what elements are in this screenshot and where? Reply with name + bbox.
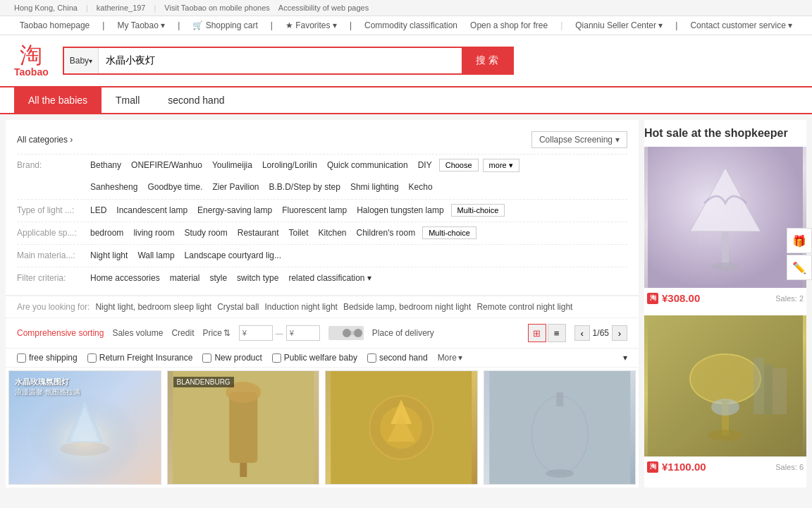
dropdown-icon: ▾ xyxy=(623,353,627,363)
material-night-light[interactable]: Night light xyxy=(87,249,130,262)
price-from-input[interactable] xyxy=(239,325,273,341)
nav-contact[interactable]: Contact customer service ▾ xyxy=(690,20,792,30)
light-type-multi-choice-button[interactable]: Multi-choice xyxy=(451,204,505,217)
more-options-icon: ▾ xyxy=(458,353,462,363)
material-wall-lamp[interactable]: Wall lamp xyxy=(135,249,177,262)
product-card-1[interactable]: 水晶玫瑰氛围灯 浪漫温馨·氛围感拉满 xyxy=(8,370,161,485)
username[interactable]: katherine_197 xyxy=(97,4,146,12)
brand-kecho[interactable]: Kecho xyxy=(406,181,436,193)
applicable-multi-choice-button[interactable]: Multi-choice xyxy=(422,226,476,239)
suggestion-crystal-ball[interactable]: Crystal ball xyxy=(217,302,259,312)
criteria-switch-type[interactable]: switch type xyxy=(234,272,281,284)
applicable-filter-row: Applicable sp...: bedroom living room St… xyxy=(17,222,627,244)
light-type-led[interactable]: LED xyxy=(87,204,109,217)
search-category-dropdown[interactable]: Baby xyxy=(64,48,99,73)
product-card-3[interactable] xyxy=(325,370,478,485)
hot-product-1[interactable]: 淘 ¥308.00 Sales: 2 xyxy=(644,147,806,308)
brand-diy[interactable]: DIY xyxy=(415,159,435,171)
search-button[interactable]: 搜 索 xyxy=(462,48,512,73)
suggestion-induction[interactable]: Induction night light xyxy=(265,302,338,312)
brand-loroling[interactable]: Loroling/Lorilin xyxy=(259,159,320,171)
applicable-restaurant[interactable]: Restaurant xyxy=(235,226,282,239)
criteria-label: Filter criteria: xyxy=(17,272,87,283)
list-view-button[interactable]: ≡ xyxy=(548,324,566,342)
nav-favorites[interactable]: ★ Favorites ▾ xyxy=(285,20,337,30)
applicable-study[interactable]: Study room xyxy=(181,226,230,239)
brand-more-button[interactable]: more ▾ xyxy=(483,159,519,172)
hot-product-2[interactable]: 淘 ¥1100.00 Sales: 6 xyxy=(644,315,806,477)
light-type-filter-row: Type of light ...: LED Incandescent lamp… xyxy=(17,199,627,222)
nav-open-shop[interactable]: Open a shop for free xyxy=(470,20,548,30)
svg-point-1 xyxy=(60,442,109,456)
price-to-input[interactable] xyxy=(286,325,320,341)
brand-bbd[interactable]: B.B.D/Step by step xyxy=(266,181,343,193)
brand-youlimeijia[interactable]: Youlimeijia xyxy=(209,159,255,171)
price-slider[interactable] xyxy=(328,326,364,340)
tab-all-babies[interactable]: All the babies xyxy=(14,87,102,113)
suggestion-remote-control[interactable]: Remote control night light xyxy=(476,302,572,312)
more-options-button[interactable]: More ▾ xyxy=(438,353,462,363)
nav-qianniu[interactable]: Qianniu Seller Center ▾ xyxy=(575,20,663,30)
logo[interactable]: 淘 Taobao xyxy=(14,44,49,78)
light-type-incandescent[interactable]: Incandescent lamp xyxy=(113,204,190,217)
product-card-2[interactable]: BLANDENBURG xyxy=(167,370,320,485)
product-visual-4 xyxy=(484,371,636,484)
brand-shmi[interactable]: Shmi lighting xyxy=(347,181,402,193)
side-tool-edit[interactable]: ✏️ xyxy=(787,255,812,280)
nav-my-taobao[interactable]: My Taobao ▾ xyxy=(117,20,165,30)
brand-goodbye[interactable]: Goodbye time. xyxy=(144,181,205,193)
brand-onefire[interactable]: ONEFIRE/Wanhuo xyxy=(128,159,205,171)
tab-second-hand[interactable]: second hand xyxy=(154,87,238,113)
criteria-related-classification[interactable]: related classification ▾ xyxy=(285,272,374,284)
collapse-screening-button[interactable]: Collapse Screening ▾ xyxy=(531,131,627,148)
sort-credit[interactable]: Credit xyxy=(171,328,194,338)
light-type-fluorescent[interactable]: Fluorescent lamp xyxy=(279,204,350,217)
criteria-style[interactable]: style xyxy=(207,272,230,284)
product-card-4[interactable] xyxy=(484,370,636,485)
material-landscape[interactable]: Landscape courtyard lig... xyxy=(182,249,284,262)
sort-comprehensive[interactable]: Comprehensive sorting xyxy=(17,328,104,338)
checkbox-free-shipping[interactable]: free shipping xyxy=(17,353,78,363)
accessibility-link[interactable]: Accessibility of web pages xyxy=(278,4,369,12)
checkbox-public-welfare[interactable]: Public welfare baby xyxy=(272,353,357,363)
nav-shopping-cart[interactable]: 🛒 Shopping cart xyxy=(192,20,257,30)
search-input[interactable] xyxy=(99,48,462,73)
checkbox-second-hand[interactable]: second hand xyxy=(367,353,428,363)
tab-tmall[interactable]: Tmall xyxy=(102,87,154,113)
suggestion-bedside-lamp[interactable]: Bedside lamp, bedroom night light xyxy=(343,302,471,312)
brand-zier[interactable]: Zier Pavilion xyxy=(209,181,262,193)
all-categories[interactable]: All categories › xyxy=(17,135,73,145)
grid-view-button[interactable]: ⊞ xyxy=(528,324,546,342)
applicable-living-room[interactable]: living room xyxy=(130,226,177,239)
hot-product-price-1: 淘 ¥308.00 Sales: 2 xyxy=(644,288,806,308)
prev-page-button[interactable]: ‹ xyxy=(574,325,590,341)
brand-sanhesheng[interactable]: Sanhesheng xyxy=(87,181,140,193)
nav-commodity-classification[interactable]: Commodity classification xyxy=(364,20,457,30)
next-page-button[interactable]: › xyxy=(612,325,627,341)
criteria-home-accessories[interactable]: Home accessories xyxy=(87,272,163,284)
applicable-bedroom[interactable]: bedroom xyxy=(87,226,126,239)
side-tool-gift[interactable]: 🎁 xyxy=(787,228,812,253)
checkbox-new-product[interactable]: New product xyxy=(202,353,262,363)
sort-price[interactable]: Price ⇅ xyxy=(202,328,230,338)
main-content: All categories › Collapse Screening ▾ Br… xyxy=(0,114,812,488)
brand-bethany[interactable]: Bethany xyxy=(87,159,124,171)
criteria-material[interactable]: material xyxy=(167,272,203,284)
light-type-energy-saving[interactable]: Energy-saving lamp xyxy=(195,204,275,217)
nav-taobao-homepage[interactable]: Taobao homepage xyxy=(20,20,90,30)
price-icon-1: 淘 xyxy=(647,293,658,304)
brand-choose-button[interactable]: Choose xyxy=(439,159,479,171)
applicable-kitchen[interactable]: Kitchen xyxy=(315,226,349,239)
applicable-childrens-room[interactable]: Children's room xyxy=(354,226,419,239)
delivery-label[interactable]: Place of delivery xyxy=(372,328,434,338)
light-type-items: LED Incandescent lamp Energy-saving lamp… xyxy=(87,204,627,217)
mobile-link[interactable]: Visit Taobao on mobile phones xyxy=(164,4,269,12)
light-type-halogen[interactable]: Halogen tungsten lamp xyxy=(354,204,446,217)
brand-quick-comm[interactable]: Quick communication xyxy=(324,159,411,171)
suggestion-night-light[interactable]: Night light, bedroom sleep light xyxy=(95,302,211,312)
location[interactable]: Hong Kong, China xyxy=(14,4,78,12)
sort-sales-volume[interactable]: Sales volume xyxy=(112,328,163,338)
applicable-toilet[interactable]: Toilet xyxy=(285,226,311,239)
checkbox-return-freight[interactable]: Return Freight Insurance xyxy=(87,353,193,363)
product-image-4 xyxy=(484,371,636,484)
